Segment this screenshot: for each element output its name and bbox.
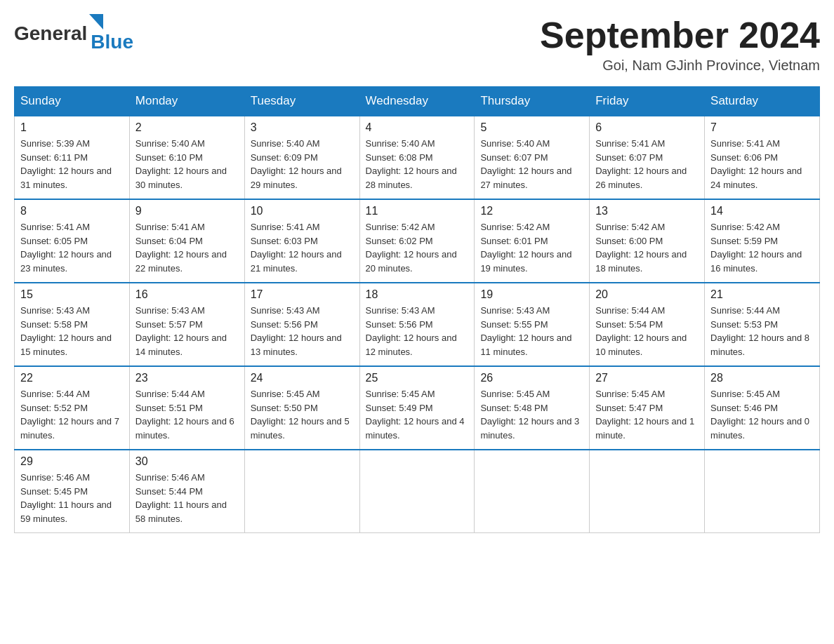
- day-info: Sunrise: 5:41 AM Sunset: 6:05 PM Dayligh…: [20, 222, 112, 274]
- calendar-cell: 21 Sunrise: 5:44 AM Sunset: 5:53 PM Dayl…: [705, 283, 820, 366]
- day-number: 24: [251, 372, 354, 384]
- day-number: 6: [595, 121, 699, 134]
- day-info: Sunrise: 5:43 AM Sunset: 5:55 PM Dayligh…: [480, 305, 571, 357]
- day-number: 25: [366, 372, 469, 384]
- calendar-cell: 18 Sunrise: 5:43 AM Sunset: 5:56 PM Dayl…: [359, 283, 475, 366]
- day-info: Sunrise: 5:41 AM Sunset: 6:06 PM Dayligh…: [710, 138, 802, 190]
- calendar-cell: 24 Sunrise: 5:45 AM Sunset: 5:50 PM Dayl…: [244, 366, 359, 450]
- day-info: Sunrise: 5:45 AM Sunset: 5:48 PM Dayligh…: [480, 389, 579, 441]
- month-title: September 2024: [540, 14, 820, 56]
- day-number: 4: [366, 121, 469, 134]
- calendar-cell: 15 Sunrise: 5:43 AM Sunset: 5:58 PM Dayl…: [15, 283, 130, 366]
- calendar-cell: 23 Sunrise: 5:44 AM Sunset: 5:51 PM Dayl…: [129, 366, 244, 450]
- day-number: 22: [20, 372, 124, 384]
- calendar-cell: 2 Sunrise: 5:40 AM Sunset: 6:10 PM Dayli…: [129, 116, 244, 199]
- day-info: Sunrise: 5:42 AM Sunset: 5:59 PM Dayligh…: [710, 222, 802, 274]
- day-number: 26: [480, 372, 583, 384]
- calendar-cell: 6 Sunrise: 5:41 AM Sunset: 6:07 PM Dayli…: [590, 116, 705, 199]
- day-info: Sunrise: 5:43 AM Sunset: 5:56 PM Dayligh…: [251, 305, 342, 357]
- calendar-cell: 20 Sunrise: 5:44 AM Sunset: 5:54 PM Dayl…: [590, 283, 705, 366]
- day-info: Sunrise: 5:45 AM Sunset: 5:47 PM Dayligh…: [595, 389, 694, 441]
- day-number: 19: [480, 288, 583, 301]
- day-number: 15: [20, 288, 124, 301]
- day-number: 21: [710, 288, 814, 301]
- day-info: Sunrise: 5:42 AM Sunset: 6:01 PM Dayligh…: [480, 222, 571, 274]
- calendar-cell: 22 Sunrise: 5:44 AM Sunset: 5:52 PM Dayl…: [15, 366, 130, 450]
- day-info: Sunrise: 5:41 AM Sunset: 6:04 PM Dayligh…: [135, 222, 227, 274]
- day-info: Sunrise: 5:45 AM Sunset: 5:50 PM Dayligh…: [251, 389, 350, 441]
- calendar-cell: 26 Sunrise: 5:45 AM Sunset: 5:48 PM Dayl…: [475, 366, 590, 450]
- calendar-cell: 16 Sunrise: 5:43 AM Sunset: 5:57 PM Dayl…: [129, 283, 244, 366]
- day-number: 17: [251, 288, 354, 301]
- weekday-header-monday: Monday: [129, 87, 244, 116]
- day-number: 9: [135, 205, 239, 217]
- calendar-cell: 30 Sunrise: 5:46 AM Sunset: 5:44 PM Dayl…: [129, 450, 244, 533]
- logo-arrow-icon: [89, 14, 103, 29]
- day-number: 29: [20, 455, 124, 468]
- day-info: Sunrise: 5:46 AM Sunset: 5:44 PM Dayligh…: [135, 472, 227, 524]
- calendar-cell: 3 Sunrise: 5:40 AM Sunset: 6:09 PM Dayli…: [244, 116, 359, 199]
- location-title: Goi, Nam GJinh Province, Vietnam: [540, 58, 820, 74]
- day-info: Sunrise: 5:44 AM Sunset: 5:53 PM Dayligh…: [710, 305, 809, 357]
- svg-marker-0: [89, 14, 103, 29]
- day-number: 7: [710, 121, 814, 134]
- day-number: 23: [135, 372, 239, 384]
- day-info: Sunrise: 5:41 AM Sunset: 6:03 PM Dayligh…: [251, 222, 342, 274]
- calendar-week-3: 15 Sunrise: 5:43 AM Sunset: 5:58 PM Dayl…: [15, 283, 820, 366]
- calendar-cell: 25 Sunrise: 5:45 AM Sunset: 5:49 PM Dayl…: [359, 366, 475, 450]
- page-header: General Blue September 2024 Goi, Nam GJi…: [14, 14, 820, 74]
- calendar-cell: 12 Sunrise: 5:42 AM Sunset: 6:01 PM Dayl…: [475, 199, 590, 283]
- calendar-cell: [244, 450, 359, 533]
- day-info: Sunrise: 5:42 AM Sunset: 6:02 PM Dayligh…: [366, 222, 457, 274]
- calendar-cell: [590, 450, 705, 533]
- day-number: 3: [251, 121, 354, 134]
- calendar-cell: 7 Sunrise: 5:41 AM Sunset: 6:06 PM Dayli…: [705, 116, 820, 199]
- day-number: 8: [20, 205, 124, 217]
- calendar-cell: 29 Sunrise: 5:46 AM Sunset: 5:45 PM Dayl…: [15, 450, 130, 533]
- weekday-header-sunday: Sunday: [15, 87, 130, 116]
- calendar-cell: [359, 450, 475, 533]
- day-number: 11: [366, 205, 469, 217]
- day-number: 2: [135, 121, 239, 134]
- day-number: 20: [595, 288, 699, 301]
- day-number: 18: [366, 288, 469, 301]
- day-number: 10: [251, 205, 354, 217]
- day-info: Sunrise: 5:39 AM Sunset: 6:11 PM Dayligh…: [20, 138, 112, 190]
- calendar-cell: 28 Sunrise: 5:45 AM Sunset: 5:46 PM Dayl…: [705, 366, 820, 450]
- day-info: Sunrise: 5:45 AM Sunset: 5:49 PM Dayligh…: [366, 389, 465, 441]
- day-info: Sunrise: 5:43 AM Sunset: 5:57 PM Dayligh…: [135, 305, 227, 357]
- day-info: Sunrise: 5:40 AM Sunset: 6:08 PM Dayligh…: [366, 138, 457, 190]
- day-number: 30: [135, 455, 239, 468]
- day-info: Sunrise: 5:40 AM Sunset: 6:07 PM Dayligh…: [480, 138, 571, 190]
- weekday-header-friday: Friday: [590, 87, 705, 116]
- day-info: Sunrise: 5:41 AM Sunset: 6:07 PM Dayligh…: [595, 138, 687, 190]
- calendar-week-2: 8 Sunrise: 5:41 AM Sunset: 6:05 PM Dayli…: [15, 199, 820, 283]
- calendar-cell: 5 Sunrise: 5:40 AM Sunset: 6:07 PM Dayli…: [475, 116, 590, 199]
- day-info: Sunrise: 5:42 AM Sunset: 6:00 PM Dayligh…: [595, 222, 687, 274]
- weekday-header-tuesday: Tuesday: [244, 87, 359, 116]
- day-number: 14: [710, 205, 814, 217]
- calendar-week-4: 22 Sunrise: 5:44 AM Sunset: 5:52 PM Dayl…: [15, 366, 820, 450]
- calendar-cell: 10 Sunrise: 5:41 AM Sunset: 6:03 PM Dayl…: [244, 199, 359, 283]
- calendar-week-5: 29 Sunrise: 5:46 AM Sunset: 5:45 PM Dayl…: [15, 450, 820, 533]
- day-info: Sunrise: 5:45 AM Sunset: 5:46 PM Dayligh…: [710, 389, 809, 441]
- day-number: 27: [595, 372, 699, 384]
- logo: General Blue: [14, 14, 133, 53]
- calendar-cell: 17 Sunrise: 5:43 AM Sunset: 5:56 PM Dayl…: [244, 283, 359, 366]
- logo-general-text: General: [14, 22, 87, 45]
- weekday-header-saturday: Saturday: [705, 87, 820, 116]
- weekday-header-wednesday: Wednesday: [359, 87, 475, 116]
- day-number: 12: [480, 205, 583, 217]
- calendar-cell: 27 Sunrise: 5:45 AM Sunset: 5:47 PM Dayl…: [590, 366, 705, 450]
- day-info: Sunrise: 5:44 AM Sunset: 5:52 PM Dayligh…: [20, 389, 119, 441]
- title-block: September 2024 Goi, Nam GJinh Province, …: [540, 14, 820, 74]
- calendar-cell: 13 Sunrise: 5:42 AM Sunset: 6:00 PM Dayl…: [590, 199, 705, 283]
- calendar-header-row: SundayMondayTuesdayWednesdayThursdayFrid…: [15, 87, 820, 116]
- calendar-cell: 8 Sunrise: 5:41 AM Sunset: 6:05 PM Dayli…: [15, 199, 130, 283]
- day-number: 13: [595, 205, 699, 217]
- day-info: Sunrise: 5:43 AM Sunset: 5:56 PM Dayligh…: [366, 305, 457, 357]
- day-number: 16: [135, 288, 239, 301]
- calendar-week-1: 1 Sunrise: 5:39 AM Sunset: 6:11 PM Dayli…: [15, 116, 820, 199]
- day-number: 5: [480, 121, 583, 134]
- calendar-table: SundayMondayTuesdayWednesdayThursdayFrid…: [14, 86, 820, 533]
